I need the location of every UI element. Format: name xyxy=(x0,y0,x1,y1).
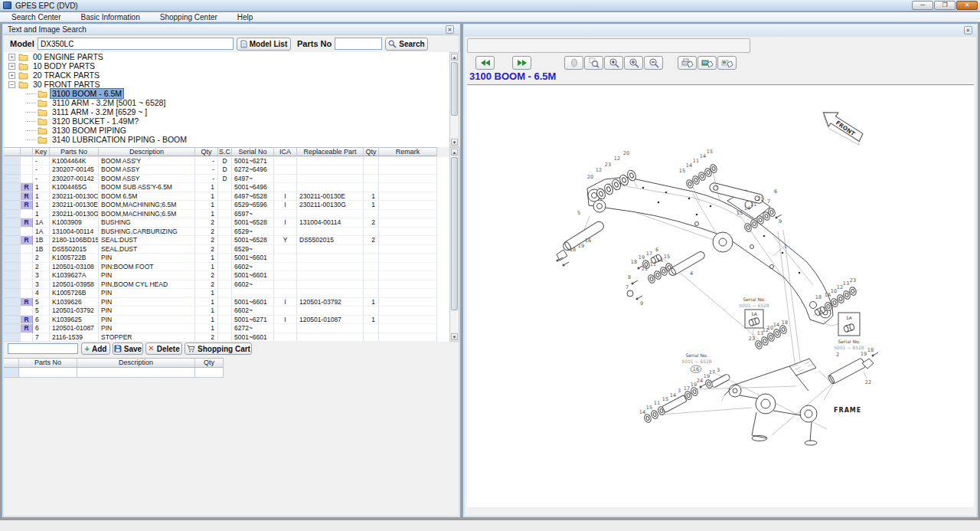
panel-close-icon[interactable]: ✕ xyxy=(446,25,454,34)
save-button[interactable]: Save xyxy=(113,343,143,355)
model-input[interactable] xyxy=(38,38,234,50)
column-header[interactable]: Remark xyxy=(379,148,437,156)
parts-no-input[interactable] xyxy=(335,38,382,50)
tree-item[interactable]: 3111 ARM - 3.2M [6529 ~ ] xyxy=(4,107,460,116)
tree-item-label[interactable]: 00 ENGINE PARTS xyxy=(31,52,105,61)
scroll-down-icon[interactable]: ▼ xyxy=(451,139,458,146)
tree-item[interactable]: +10 BODY PARTS xyxy=(4,61,460,70)
cart-cell[interactable] xyxy=(19,368,77,378)
title-bar[interactable]: GPES EPC (DVD) ─ ❐ ✕ xyxy=(0,0,980,11)
scroll-up-icon[interactable]: ▲ xyxy=(451,149,458,156)
table-row[interactable]: R1230211-00130CBOOM 6.5M16497~6528I23021… xyxy=(4,192,451,202)
cart-table-empty-row[interactable] xyxy=(4,368,224,378)
tree-item-label[interactable]: 3140 LUBRICATION PIPING - BOOM xyxy=(51,135,188,144)
table-scrollbar[interactable]: ▲ ▼ xyxy=(449,147,459,342)
add-button[interactable]: + Add xyxy=(81,343,110,355)
table-row[interactable]: 1A131004-00114BUSHING,CARBURIZING26529~ xyxy=(4,228,451,237)
pan-button[interactable] xyxy=(564,56,583,70)
row-selector[interactable] xyxy=(4,298,21,307)
cart-row-selector[interactable] xyxy=(4,368,19,378)
table-row[interactable]: R5K1039626PIN15001~6601I120501-037921 xyxy=(4,298,451,307)
expand-icon[interactable]: + xyxy=(8,63,15,70)
tree-item[interactable]: 3110 ARM - 3.2M [5001 ~ 6528] xyxy=(4,98,460,107)
print-image-button[interactable] xyxy=(697,56,717,70)
table-row[interactable]: -230207-00145BOOM ASSY-D6272~6496 xyxy=(4,166,451,175)
cart-cell[interactable] xyxy=(195,368,224,378)
table-row[interactable]: -K1004464KBOOM ASS'Y-D5001~6271 xyxy=(4,157,451,166)
model-list-button[interactable]: Model List xyxy=(237,38,291,51)
column-header-blank[interactable] xyxy=(4,148,21,156)
tree-item-label[interactable]: 3111 ARM - 3.2M [6529 ~ ] xyxy=(51,107,149,116)
scroll-thumb[interactable] xyxy=(451,157,458,310)
row-selector[interactable] xyxy=(4,316,21,325)
zoom-in-button[interactable] xyxy=(604,56,623,70)
expand-icon[interactable]: + xyxy=(8,54,15,61)
tree-item-label[interactable]: 3120 BUCKET - 1.49M? xyxy=(51,116,140,126)
tree-item[interactable]: 3140 LUBRICATION PIPING - BOOM xyxy=(4,135,460,144)
row-selector[interactable] xyxy=(4,201,21,210)
prev-page-button[interactable] xyxy=(475,56,495,70)
table-row[interactable]: R1B2180-1106BD15SEAL:DUST25001~6528YDS55… xyxy=(4,236,451,245)
diagram-canvas[interactable]: FRONT xyxy=(467,86,974,507)
zoom-area-button[interactable] xyxy=(584,56,603,70)
column-header-blank[interactable] xyxy=(21,148,33,156)
table-row[interactable]: R1AK1003909BUSHING25001~6528I131004-0011… xyxy=(4,218,451,228)
table-row[interactable]: R1230211-00130EBOOM,MACHINING;6.5M16529~… xyxy=(4,201,451,210)
tree-item[interactable]: +20 TRACK PARTS xyxy=(4,70,460,80)
tree-item[interactable]: 3130 BOOM PIPING xyxy=(4,126,460,135)
tree-item-label[interactable]: 20 TRACK PARTS xyxy=(31,70,101,80)
table-row[interactable]: -230207-00142BOOM ASSY-D6497~ xyxy=(4,175,451,184)
table-row[interactable]: 1BDS5502015SEAL,DUST26529~ xyxy=(4,245,451,254)
row-selector[interactable] xyxy=(4,210,21,219)
column-header[interactable]: S.C xyxy=(218,148,232,156)
column-header[interactable]: Key xyxy=(33,148,50,156)
table-row[interactable]: R6120501-01087PIN16272~ xyxy=(4,324,451,333)
table-row[interactable]: 3K1039627APIN25001~6601 xyxy=(4,271,451,280)
minimize-button[interactable]: ─ xyxy=(912,1,933,10)
close-button[interactable]: ✕ xyxy=(956,1,978,10)
menu-item[interactable]: Search Center xyxy=(5,13,67,21)
row-selector[interactable] xyxy=(4,175,21,184)
row-selector[interactable] xyxy=(4,236,21,245)
add-parts-input[interactable] xyxy=(8,343,78,354)
tree-item-label[interactable]: 10 BODY PARTS xyxy=(31,61,96,70)
row-selector[interactable] xyxy=(4,324,21,333)
tree-item[interactable]: −30 FRONT PARTS xyxy=(4,80,460,89)
column-header[interactable]: Qty xyxy=(364,148,379,156)
scroll-thumb[interactable] xyxy=(451,62,458,116)
menu-item[interactable]: Shopping Center xyxy=(153,13,224,21)
row-selector[interactable] xyxy=(4,289,21,298)
row-selector[interactable] xyxy=(4,245,21,254)
panel-header[interactable]: Text and Image Search ✕ xyxy=(3,25,459,35)
print-selection-button[interactable] xyxy=(717,56,737,70)
expand-icon[interactable]: + xyxy=(8,72,15,79)
row-selector[interactable] xyxy=(4,263,21,272)
next-page-button[interactable] xyxy=(512,56,531,70)
table-row[interactable]: 2K1005722BPIN15001~6601 xyxy=(4,254,451,263)
row-selector[interactable] xyxy=(4,306,21,316)
menu-item[interactable]: Help xyxy=(230,13,260,21)
table-row[interactable]: 2120501-03108PIN:BOOM FOOT16602~ xyxy=(4,263,451,272)
cart-cell[interactable] xyxy=(77,368,195,378)
row-selector[interactable] xyxy=(4,333,21,343)
tree-item-label[interactable]: 3110 ARM - 3.2M [5001 ~ 6528] xyxy=(51,98,167,107)
viewer-close-icon[interactable]: ✕ xyxy=(964,26,972,34)
table-row[interactable]: 72116-1539STOPPER25001~6601 xyxy=(4,333,451,343)
tree-item[interactable]: 3100 BOOM - 6.5M xyxy=(4,89,460,98)
row-selector[interactable] xyxy=(4,192,21,202)
table-row[interactable]: 5120501-03792PIN16602~ xyxy=(4,306,451,316)
row-selector[interactable] xyxy=(4,228,21,237)
viewer-path-field[interactable] xyxy=(467,38,750,53)
scroll-down-icon[interactable]: ▼ xyxy=(451,333,458,340)
collapse-icon[interactable]: − xyxy=(8,81,15,88)
column-header[interactable]: Parts No xyxy=(50,148,99,156)
table-row[interactable]: 3120501-03958PIN,BOOM CYL HEAD26602~ xyxy=(4,280,451,290)
tree-item[interactable]: +00 ENGINE PARTS xyxy=(4,52,460,61)
table-row[interactable]: 1230211-00130GBOOM,MACHINING;6.5M16597~ xyxy=(4,210,451,219)
column-header[interactable]: Description xyxy=(99,148,195,156)
restore-button[interactable]: ❐ xyxy=(934,1,956,10)
delete-button[interactable]: ✕ Delete xyxy=(145,343,182,355)
shopping-cart-button[interactable]: Shopping Cart xyxy=(185,343,252,355)
tree-item-label[interactable]: 3130 BOOM PIPING xyxy=(51,126,128,135)
column-header[interactable]: Qty xyxy=(195,148,218,156)
